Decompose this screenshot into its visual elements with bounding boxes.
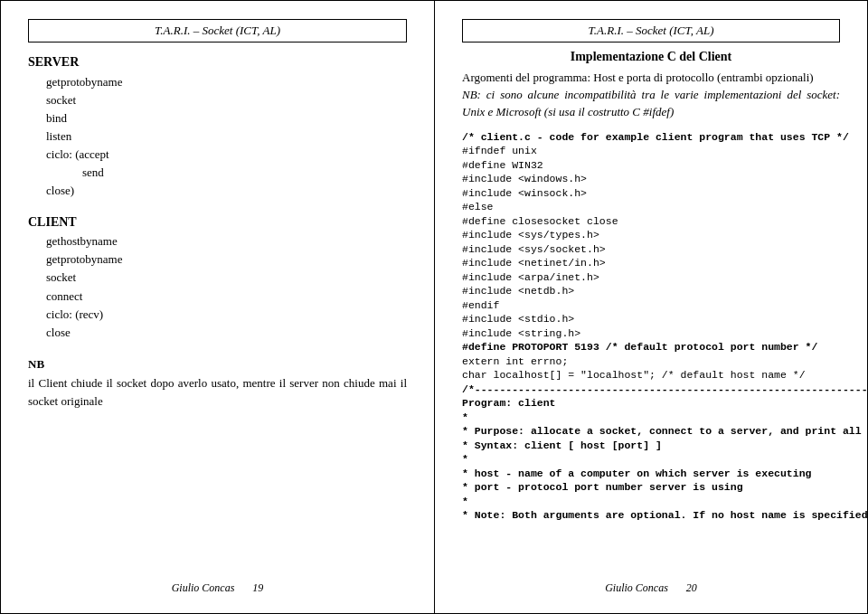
- list-item: send: [82, 164, 407, 182]
- code-line: #else: [462, 200, 840, 214]
- left-title: T.A.R.I. – Socket (ICT, AL): [155, 24, 280, 37]
- left-title-box: T.A.R.I. – Socket (ICT, AL): [28, 19, 407, 43]
- code-line: #define WIN32: [462, 158, 840, 173]
- list-item: socket: [46, 91, 407, 109]
- code-line: /* client.c - code for example client pr…: [462, 130, 840, 145]
- right-subtitle: Implementazione C del Client: [462, 50, 840, 64]
- code-line: #include <string.h>: [462, 326, 840, 341]
- code-line: Program: client: [462, 396, 840, 411]
- list-item: close: [46, 324, 407, 342]
- right-footer-page: 20: [686, 581, 697, 595]
- list-item: bind: [46, 109, 407, 128]
- code-line: /*--------------------------------------…: [462, 383, 840, 397]
- left-content: SERVER getprotobyname socket bind listen…: [28, 53, 407, 574]
- code-line: #ifndef unix: [462, 144, 840, 158]
- code-line: *: [462, 452, 840, 467]
- code-line: * host - name of a computer on which ser…: [462, 467, 840, 481]
- left-page: T.A.R.I. – Socket (ICT, AL) SERVER getpr…: [0, 0, 434, 614]
- right-intro-line1: Argomenti del programma: Host e porta di…: [462, 71, 814, 84]
- right-title: T.A.R.I. – Socket (ICT, AL): [588, 24, 713, 37]
- nb-header: NB: [28, 356, 407, 373]
- code-line: *: [462, 411, 840, 425]
- list-item: connect: [46, 288, 407, 306]
- code-block: /* client.c - code for example client pr…: [462, 130, 840, 523]
- code-line: #include <stdio.h>: [462, 312, 840, 326]
- left-footer-page: 19: [252, 581, 263, 595]
- left-footer: Giulio Concas 19: [28, 574, 407, 595]
- list-item: ciclo: (recv): [46, 306, 407, 324]
- right-intro: Argomenti del programma: Host e porta di…: [462, 70, 840, 121]
- code-line: char localhost[] = "localhost"; /* defau…: [462, 368, 840, 383]
- client-label: CLIENT: [28, 213, 407, 231]
- list-item: close): [46, 182, 407, 200]
- server-items: getprotobyname socket bind listen ciclo:…: [46, 73, 407, 201]
- code-line: * Syntax: client [ host [port] ]: [462, 439, 840, 453]
- list-item: getprotobyname: [46, 250, 407, 269]
- code-line: #include <windows.h>: [462, 172, 840, 186]
- list-item: getprotobyname: [46, 73, 407, 91]
- code-line: *: [462, 495, 840, 509]
- right-footer-author: Giulio Concas: [605, 581, 668, 595]
- nb-section: NB il Client chiude il socket dopo averl…: [28, 356, 407, 410]
- code-line: #define closesocket close: [462, 214, 840, 229]
- code-line: #include <netinet/in.h>: [462, 256, 840, 270]
- client-items: gethostbyname getprotobyname socket conn…: [46, 232, 407, 342]
- code-line: #include <sys/socket.h>: [462, 242, 840, 257]
- code-line: * port - protocol port number server is …: [462, 480, 840, 495]
- code-line: #include <netdb.h>: [462, 284, 840, 298]
- code-line: extern int errno;: [462, 354, 840, 369]
- right-title-box: T.A.R.I. – Socket (ICT, AL): [462, 19, 840, 43]
- list-item: listen: [46, 128, 407, 146]
- code-line: * Note: Both arguments are optional. If …: [462, 508, 840, 523]
- right-intro-line2: NB: ci sono alcune incompatibilità tra l…: [462, 88, 840, 118]
- list-item: socket: [46, 269, 407, 287]
- code-line: #include <winsock.h>: [462, 186, 840, 201]
- right-footer: Giulio Concas 20: [462, 574, 840, 595]
- code-line: #include <sys/types.h>: [462, 228, 840, 242]
- code-line: * Purpose: allocate a socket, connect to…: [462, 424, 840, 439]
- code-line: #define PROTOPORT 5193 /* default protoc…: [462, 340, 840, 354]
- left-footer-author: Giulio Concas: [172, 581, 235, 595]
- server-label: SERVER: [28, 53, 407, 71]
- nb-text: il Client chiude il socket dopo averlo u…: [28, 374, 407, 410]
- list-item: ciclo: (accept: [46, 146, 407, 164]
- list-item: gethostbyname: [46, 232, 407, 250]
- code-line: #include <arpa/inet.h>: [462, 270, 840, 285]
- code-line: #endif: [462, 298, 840, 313]
- right-page: T.A.R.I. – Socket (ICT, AL) Implementazi…: [434, 0, 868, 614]
